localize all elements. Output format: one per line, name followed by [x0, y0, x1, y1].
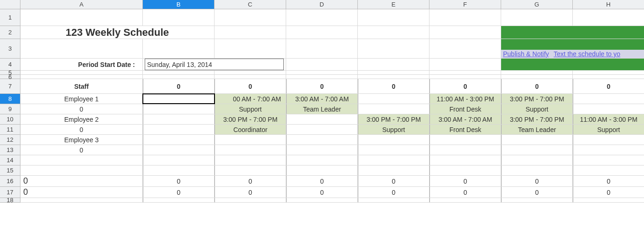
publish-notify-link[interactable]: Publish & Notify — [503, 50, 549, 58]
cell-14-C[interactable] — [215, 155, 286, 165]
cell-5-H[interactable] — [573, 71, 644, 74]
cell-6-A[interactable] — [20, 75, 143, 79]
cell-18-B[interactable] — [143, 198, 215, 202]
cell-1-D[interactable] — [286, 9, 358, 26]
cell-3-C[interactable] — [215, 39, 286, 58]
cell-6-F[interactable] — [429, 75, 501, 79]
row-header-13[interactable]: 13 — [0, 145, 20, 155]
shift-role-1-G[interactable]: Team Leader — [501, 125, 573, 134]
summary-16-B[interactable]: 0 — [143, 176, 215, 186]
cell-15-C[interactable] — [215, 165, 286, 175]
cell-14-G[interactable] — [501, 155, 573, 165]
staff-name-1[interactable]: Employee 2 — [20, 114, 143, 124]
cell-5-D[interactable] — [286, 71, 358, 74]
shift-time-2-G[interactable] — [501, 135, 573, 145]
column-header-A[interactable]: A — [20, 0, 143, 9]
cell-18-A[interactable] — [20, 198, 143, 202]
row-header-7[interactable]: 7 — [0, 79, 20, 94]
select-all-corner[interactable] — [0, 0, 20, 9]
cell-15-F[interactable] — [429, 165, 501, 175]
shift-time-2-H[interactable] — [573, 135, 644, 145]
cell-14-B[interactable] — [143, 155, 215, 165]
shift-time-2-F[interactable] — [429, 135, 501, 145]
shift-role-0-H[interactable] — [573, 104, 644, 114]
shift-role-0-B[interactable] — [143, 104, 215, 114]
summary-16-F[interactable]: 0 — [429, 176, 501, 186]
period-start-date-cell[interactable]: Sunday, April 13, 2014 — [143, 59, 286, 70]
cell-18-E[interactable] — [358, 198, 429, 202]
shift-time-0-D[interactable]: 3:00 AM - 7:00 AM — [286, 94, 358, 104]
shift-role-0-C[interactable]: Support — [215, 104, 286, 114]
shift-time-0-F[interactable]: 11:00 AM - 3:00 PM — [429, 94, 501, 104]
cell-6-H[interactable] — [573, 75, 644, 79]
cell-5-G[interactable] — [501, 71, 573, 74]
row-header-11[interactable]: 11 — [0, 125, 20, 135]
shift-role-2-D[interactable] — [286, 145, 358, 155]
shift-time-1-B[interactable] — [143, 114, 215, 124]
cell-4-D[interactable] — [286, 59, 358, 70]
header-E[interactable]: 0 — [358, 79, 429, 93]
cell-6-E[interactable] — [358, 75, 429, 79]
cell-3-D[interactable] — [286, 39, 358, 58]
header-G[interactable]: 0 — [501, 79, 573, 93]
shift-time-0-C[interactable]: 00 AM - 7:00 AM — [215, 94, 286, 104]
summary-16-G[interactable]: 0 — [501, 176, 573, 186]
cell-18-F[interactable] — [429, 198, 501, 202]
cell-14-E[interactable] — [358, 155, 429, 165]
cell-5-A[interactable] — [20, 71, 143, 74]
header-C[interactable]: 0 — [215, 79, 286, 93]
cell-18-G[interactable] — [501, 198, 573, 202]
summary-16-D[interactable]: 0 — [286, 176, 358, 186]
cell-3-F[interactable] — [429, 39, 501, 58]
summary-17-H[interactable]: 0 — [573, 187, 644, 198]
summary-17-B[interactable]: 0 — [143, 187, 215, 198]
shift-time-1-D[interactable] — [286, 114, 358, 124]
cell-3-B[interactable] — [143, 39, 215, 58]
row-header-12[interactable]: 12 — [0, 135, 20, 145]
cell-14-H[interactable] — [573, 155, 644, 165]
cell-2-C[interactable] — [215, 26, 286, 39]
cell-1-G[interactable] — [501, 9, 573, 26]
row-header-14[interactable]: 14 — [0, 155, 20, 165]
column-header-G[interactable]: G — [501, 0, 573, 9]
summary-16-C[interactable]: 0 — [215, 176, 286, 186]
staff-name-2[interactable]: Employee 3 — [20, 135, 143, 145]
cell-6-C[interactable] — [215, 75, 286, 79]
cell-2-E[interactable] — [358, 26, 429, 39]
cell-18-D[interactable] — [286, 198, 358, 202]
cell-3-A[interactable] — [20, 39, 143, 58]
shift-role-0-D[interactable]: Team Leader — [286, 104, 358, 114]
staff-sub-2[interactable]: 0 — [20, 145, 143, 155]
shift-role-1-C[interactable]: Coordinator — [215, 125, 286, 134]
summary-17-G[interactable]: 0 — [501, 187, 573, 198]
column-header-B[interactable]: B — [143, 0, 215, 9]
cell-15-A[interactable] — [20, 165, 143, 175]
column-header-C[interactable]: C — [215, 0, 286, 9]
shift-role-2-B[interactable] — [143, 145, 215, 155]
cell-3-E[interactable] — [358, 39, 429, 58]
shift-role-1-H[interactable]: Support — [573, 125, 644, 134]
cell-1-A[interactable] — [20, 9, 143, 26]
summary-17-C[interactable]: 0 — [215, 187, 286, 198]
shift-role-1-D[interactable] — [286, 125, 358, 134]
header-A[interactable]: Staff — [20, 79, 143, 93]
row-header-1[interactable]: 1 — [0, 9, 20, 26]
shift-role-0-E[interactable] — [358, 104, 429, 114]
shift-role-2-H[interactable] — [573, 145, 644, 155]
row-header-3[interactable]: 3 — [0, 39, 20, 59]
row-header-10[interactable]: 10 — [0, 114, 20, 125]
shift-time-0-B[interactable] — [143, 94, 215, 104]
cell-14-F[interactable] — [429, 155, 501, 165]
cell-5-C[interactable] — [215, 71, 286, 74]
shift-role-2-F[interactable] — [429, 145, 501, 155]
row-header-18[interactable]: 18 — [0, 198, 20, 203]
cell-2-D[interactable] — [286, 26, 358, 39]
shift-role-0-F[interactable]: Front Desk — [429, 104, 501, 114]
summary-16-H[interactable]: 0 — [573, 176, 644, 186]
row-header-6[interactable]: 6 — [0, 75, 20, 79]
shift-time-0-H[interactable] — [573, 94, 644, 104]
header-B[interactable]: 0 — [143, 79, 215, 93]
column-header-F[interactable]: F — [429, 0, 501, 9]
cell-5-E[interactable] — [358, 71, 429, 74]
summary-17-F[interactable]: 0 — [429, 187, 501, 198]
